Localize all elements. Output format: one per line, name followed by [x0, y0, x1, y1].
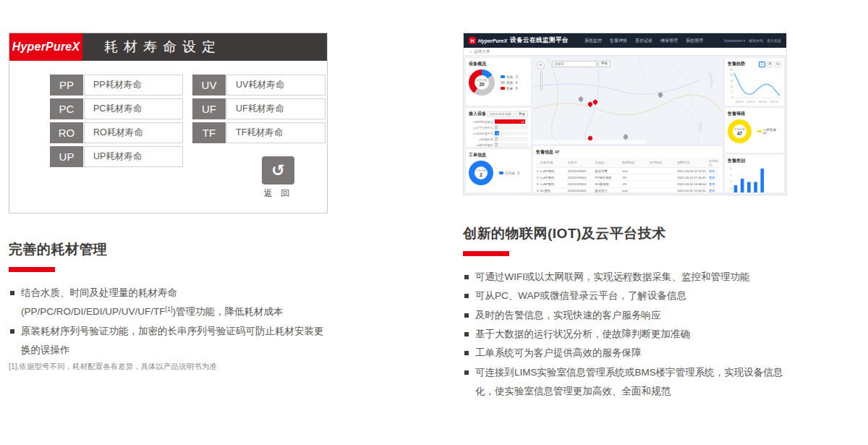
home-icon[interactable]: ⌂: [469, 49, 472, 54]
red-accent-bar: [463, 251, 509, 256]
map-zoom-control[interactable]: ✛: [537, 62, 545, 91]
nav-item-maintenance[interactable]: 维保管理: [660, 38, 678, 44]
col-data-status: 数据状态: [621, 158, 649, 168]
consumable-button-uv[interactable]: UVUV耗材寿命: [192, 75, 326, 96]
nav-item-alarm[interactable]: 告警详情: [610, 38, 627, 44]
bullet-item: 可连接到LIMS实验室信息管理系统或BMS楼宇管理系统，实现设备信息化，使实验室…: [463, 363, 788, 402]
breadcrumb: ⌂ 运维大屏: [464, 48, 786, 56]
right-bullet-list: 可通过WIFI或以太网联网，实现远程数据采集、监控和管理功能 可从PC、WAP或…: [463, 268, 788, 401]
map-zoom-slider[interactable]: [540, 71, 542, 91]
device-bar-track: 3: [495, 137, 528, 141]
legend-label: 告警 · 8: [506, 87, 518, 90]
device-bar[interactable]: 6: [495, 131, 499, 135]
alarm-cell: true: [621, 187, 649, 192]
tab-month[interactable]: 月: [767, 62, 773, 67]
consumable-button-tf[interactable]: TFTF耗材寿命: [192, 122, 326, 143]
undo-icon: ↺: [271, 161, 284, 180]
map-search-input[interactable]: [552, 61, 597, 67]
consumable-button-uf[interactable]: UFUF耗材寿命: [192, 98, 326, 119]
legend-label: 在线 · 3: [506, 75, 518, 79]
col-device-id: 设备ID: [567, 158, 595, 168]
svg-text:5: 5: [731, 90, 733, 93]
access-devices-panel: 接入设备 搜索 xx研究院实验室41xx大学分析中心3xx水质检测中心6xx检测…: [466, 108, 531, 147]
tf-badge: TF: [192, 122, 226, 143]
view-link[interactable]: 查看: [709, 169, 715, 173]
svg-text:20: 20: [731, 74, 733, 77]
device-map[interactable]: ✛ 搜索: [533, 58, 723, 144]
legend-item: 告警 · 8: [501, 87, 518, 90]
legend-item: 在线 · 3: [501, 75, 518, 79]
col-device-name: 设备名称: [540, 158, 567, 168]
tab-year[interactable]: 年: [775, 62, 781, 67]
pc-label: PC耗材寿命: [84, 98, 183, 119]
alarm-table: 设备名称 设备ID 监测点 数据状态 处理状态 告警时间 处理信息 1LuSP系…: [536, 158, 720, 192]
consumable-button-up[interactable]: UPUP耗材寿命: [50, 146, 183, 167]
alarm-cell: 2022-03-24 13:08:04: [676, 181, 708, 187]
alarm-cell: RO膜寿命: [595, 181, 622, 187]
view-link[interactable]: 查看: [709, 176, 715, 179]
nav-item-monitor[interactable]: 系统监控: [584, 38, 602, 44]
up-label: UP耗材寿命: [84, 146, 183, 167]
alarm-category-panel: 告警类别 02468原水流量PP滤芯RO膜原水压力电导率漏水其他: [725, 155, 784, 192]
change-password-link[interactable]: 修改密码: [749, 38, 763, 43]
consumable-button-pc[interactable]: PCPC耗材寿命: [50, 98, 183, 119]
device-overview-donut: 设备总数 20: [469, 69, 495, 96]
work-order-legend: 已完成 · 2: [499, 171, 519, 175]
map-pan-icon[interactable]: ✛: [537, 62, 545, 69]
alarm-cell: 2022-03-24 17:20:45: [676, 174, 708, 181]
alarm-cell: KL系列: [540, 187, 567, 192]
dashboard-nav-items: 系统监控 告警详情 历史记录 维保管理 系统管理: [584, 38, 703, 44]
panel-title: 工单信息: [469, 152, 528, 158]
svg-text:2022-04: 2022-04: [770, 101, 778, 103]
device-bar[interactable]: 3: [495, 125, 498, 130]
device-bar[interactable]: 3: [495, 143, 498, 147]
consumable-button-pp[interactable]: PPPP耗材寿命: [50, 75, 183, 96]
panel-title: 设备概况: [469, 61, 528, 67]
device-bar-chart: xx研究院实验室41xx大学分析中心3xx水质检测中心6xx检测机构3xx医院检…: [469, 119, 528, 147]
alarm-cell: LuSP系列: [540, 181, 567, 187]
map-search-button[interactable]: 搜索: [598, 61, 610, 67]
logout-link[interactable]: 退出系统: [767, 38, 781, 43]
user-area: hyperpurex ▾ 修改密码 退出系统: [724, 38, 781, 43]
breadcrumb-label: 运维大屏: [474, 49, 490, 54]
user-name[interactable]: hyperpurex ▾: [724, 38, 745, 43]
donut-center-value: 2: [480, 172, 482, 177]
left-bullet-list: 结合水质、时间及处理量的耗材寿命(PP/PC/RO/DI/EDI/UP/UV/U…: [9, 284, 328, 360]
alarm-table-row: 4KL系列20220113001原水压力true2022-03-11 15:26…: [536, 187, 720, 192]
panel-title: 告警等级: [728, 111, 781, 117]
back-button[interactable]: ↺: [262, 156, 294, 185]
tab-day[interactable]: 日: [759, 62, 765, 67]
device-bar[interactable]: 41: [495, 119, 525, 124]
map-roads: [533, 58, 723, 144]
device-bar-track: 3: [495, 125, 528, 130]
view-link[interactable]: 查看: [709, 182, 715, 186]
svg-text:2022-03: 2022-03: [758, 101, 767, 103]
red-accent-bar: [9, 267, 55, 272]
uf-label: UF耗材寿命: [226, 98, 326, 119]
dashboard-brand: HyperPureX: [478, 38, 507, 43]
legend-label: 离线 · 9: [506, 81, 518, 85]
legend-swatch: [757, 130, 762, 133]
donut-center-value: 20: [479, 82, 484, 87]
alarm-cell: 20211529001: [567, 181, 595, 187]
alarm-level-panel: 告警等级 告警总数 47 一般告警 · 47: [725, 108, 784, 153]
consumable-button-ro[interactable]: RORO耗材寿命: [50, 122, 183, 143]
alarm-table-row: 2LuSP系列20211529001PP滤芯寿命2%2022-03-24 17:…: [536, 174, 720, 181]
device-bar-label: xx研究院实验室: [469, 120, 493, 124]
view-link[interactable]: 查看: [709, 189, 715, 192]
legend-label: 已完成 · 2: [505, 171, 519, 175]
alarm-cell: [649, 174, 676, 181]
nav-item-system[interactable]: 系统管理: [686, 38, 703, 44]
nav-item-history[interactable]: 历史记录: [635, 38, 652, 44]
device-bar[interactable]: 3: [495, 137, 498, 141]
device-overview-panel: 设备概况 设备总数 20 在线 · 3离线 · 9告警 · 8: [466, 58, 531, 106]
device-search-input[interactable]: [488, 111, 514, 117]
pp-badge: PP: [50, 75, 83, 96]
alarm-cell: [649, 187, 676, 192]
device-ui-header: HyperPureX 耗材寿命设定: [9, 33, 327, 61]
alarm-trend-chart: 05101520252022-012022-022022-032022-04: [728, 67, 781, 103]
device-search-button[interactable]: 搜索: [516, 111, 528, 117]
alarm-trend-panel: 告警趋势 日 月 年 05101520252022-012022-022022-…: [725, 58, 784, 106]
trend-tabs: 日 月 年: [759, 62, 781, 67]
device-bar-track: 41: [495, 119, 528, 124]
